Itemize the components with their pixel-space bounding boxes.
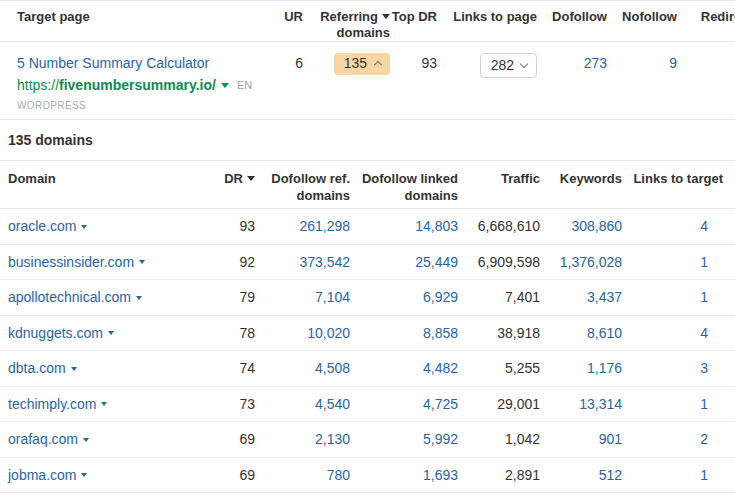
links-to-target-link[interactable]: 2: [700, 431, 708, 447]
links-to-target-cell: 4: [622, 218, 735, 234]
keywords-link[interactable]: 1,376,028: [560, 254, 622, 270]
dofollow-linked-link[interactable]: 8,858: [423, 325, 458, 341]
traffic-value: 7,401: [458, 289, 540, 305]
referring-header-text: Referring: [320, 9, 378, 24]
dofollow-link[interactable]: 273: [584, 55, 607, 71]
links-to-target-link[interactable]: 4: [700, 218, 708, 234]
target-page-row: 5 Number Summary Calculator https://five…: [0, 42, 735, 120]
keywords-link[interactable]: 512: [599, 467, 622, 483]
domain-link[interactable]: dbta.com: [8, 360, 77, 376]
links-to-target-cell: 3: [622, 360, 735, 376]
domain-text: dbta.com: [8, 360, 66, 376]
keywords-link[interactable]: 901: [599, 431, 622, 447]
links-to-target-link[interactable]: 1: [700, 467, 708, 483]
domain-cell: businessinsider.com: [0, 254, 198, 270]
chevron-down-icon: [520, 60, 528, 68]
dofollow-linked-link[interactable]: 25,449: [415, 254, 458, 270]
domain-link[interactable]: orafaq.com: [8, 431, 89, 447]
dofollow-ref-link[interactable]: 4,540: [315, 396, 350, 412]
domain-link[interactable]: oracle.com: [8, 218, 87, 234]
domain-link[interactable]: kdnuggets.com: [8, 325, 114, 341]
dropdown-caret-icon: [139, 260, 145, 264]
links-to-page-select[interactable]: 282: [480, 53, 537, 78]
target-page-link[interactable]: 5 Number Summary Calculator: [17, 55, 209, 71]
dofollow-ref-cell: 7,104: [255, 289, 350, 305]
traffic-value: 2,891: [458, 467, 540, 483]
nofollow-link[interactable]: 9: [669, 55, 677, 71]
col-header-top-dr[interactable]: Top DR: [390, 9, 437, 25]
dofollow-ref-link[interactable]: 4,508: [315, 360, 350, 376]
referring-domains-badge[interactable]: 135: [334, 53, 390, 75]
domain-link[interactable]: apollotechnical.com: [8, 289, 142, 305]
keywords-cell: 901: [540, 431, 622, 447]
col-header-links-to-target[interactable]: Links to target: [622, 170, 735, 187]
col-header-ur[interactable]: UR: [262, 9, 303, 25]
top-dr-value: 93: [390, 53, 437, 74]
col-header-keywords[interactable]: Keywords: [540, 170, 622, 187]
domain-link[interactable]: techimply.com: [8, 396, 107, 412]
col-header-referring-domains[interactable]: Referring domains: [303, 9, 390, 41]
domain-cell: dbta.com: [0, 360, 198, 376]
dofollow-ref-link[interactable]: 7,104: [315, 289, 350, 305]
domain-text: kdnuggets.com: [8, 325, 103, 341]
dr-value: 73: [198, 396, 255, 412]
dofollow-linked-line1: Dofollow linked: [350, 170, 458, 187]
domain-text: techimply.com: [8, 396, 96, 412]
dofollow-ref-cell: 373,542: [255, 254, 350, 270]
dofollow-linked-link[interactable]: 5,992: [423, 431, 458, 447]
links-to-target-link[interactable]: 4: [700, 325, 708, 341]
col-header-dr[interactable]: DR: [198, 170, 255, 187]
traffic-value: 6,668,610: [458, 218, 540, 234]
dofollow-linked-link[interactable]: 4,482: [423, 360, 458, 376]
dropdown-caret-icon: [81, 473, 87, 477]
links-to-target-cell: 4: [622, 325, 735, 341]
keywords-cell: 308,860: [540, 218, 622, 234]
col-header-dofollow-linked[interactable]: Dofollow linked domains: [350, 170, 458, 204]
col-header-dofollow[interactable]: Dofollow: [537, 9, 607, 25]
links-to-target-link[interactable]: 1: [700, 254, 708, 270]
dr-value: 69: [198, 467, 255, 483]
links-to-page-value: 282: [491, 56, 514, 74]
keywords-link[interactable]: 3,437: [587, 289, 622, 305]
target-url[interactable]: https://fivenumbersummary.io/EN: [17, 74, 262, 97]
dofollow-linked-link[interactable]: 14,803: [415, 218, 458, 234]
domain-text: oracle.com: [8, 218, 76, 234]
dofollow-ref-link[interactable]: 10,020: [307, 325, 350, 341]
domain-text: jobma.com: [8, 467, 76, 483]
dofollow-ref-link[interactable]: 261,298: [299, 218, 350, 234]
target-page-cell: 5 Number Summary Calculator https://five…: [0, 53, 262, 111]
dofollow-ref-cell: 4,540: [255, 396, 350, 412]
dofollow-ref-link[interactable]: 373,542: [299, 254, 350, 270]
links-to-target-link[interactable]: 3: [700, 360, 708, 376]
dofollow-linked-line2: domains: [350, 187, 458, 204]
dofollow-linked-link[interactable]: 1,693: [423, 467, 458, 483]
dofollow-linked-link[interactable]: 4,725: [423, 396, 458, 412]
keywords-link[interactable]: 8,610: [587, 325, 622, 341]
domain-row: orafaq.com 69 2,130 5,992 1,042 901 2: [0, 422, 735, 458]
dofollow-linked-cell: 1,693: [350, 467, 458, 483]
dofollow-ref-link[interactable]: 780: [327, 467, 350, 483]
domain-link[interactable]: jobma.com: [8, 467, 87, 483]
keywords-link[interactable]: 1,176: [587, 360, 622, 376]
col-header-links-to-page[interactable]: Links to page: [437, 9, 537, 25]
domains-count-bar: 135 domains: [0, 120, 735, 161]
col-header-redirects[interactable]: Redirects: [677, 9, 735, 25]
links-to-target-link[interactable]: 1: [700, 396, 708, 412]
links-to-target-link[interactable]: 1: [700, 289, 708, 305]
domain-cell: apollotechnical.com: [0, 289, 198, 305]
keywords-link[interactable]: 308,860: [571, 218, 622, 234]
domain-link[interactable]: businessinsider.com: [8, 254, 145, 270]
dofollow-linked-link[interactable]: 6,929: [423, 289, 458, 305]
traffic-value: 29,001: [458, 396, 540, 412]
dr-value: 92: [198, 254, 255, 270]
language-label: EN: [237, 79, 252, 91]
col-header-traffic[interactable]: Traffic: [458, 170, 540, 187]
dofollow-ref-link[interactable]: 2,130: [315, 431, 350, 447]
col-header-nofollow[interactable]: Nofollow: [607, 9, 677, 25]
keywords-link[interactable]: 13,314: [579, 396, 622, 412]
referring-header-line2: domains: [303, 25, 390, 41]
platform-label: WORDPRESS: [17, 100, 262, 111]
dr-header-text: DR: [224, 171, 243, 186]
col-header-dofollow-ref[interactable]: Dofollow ref. domains: [255, 170, 350, 204]
dr-value: 74: [198, 360, 255, 376]
